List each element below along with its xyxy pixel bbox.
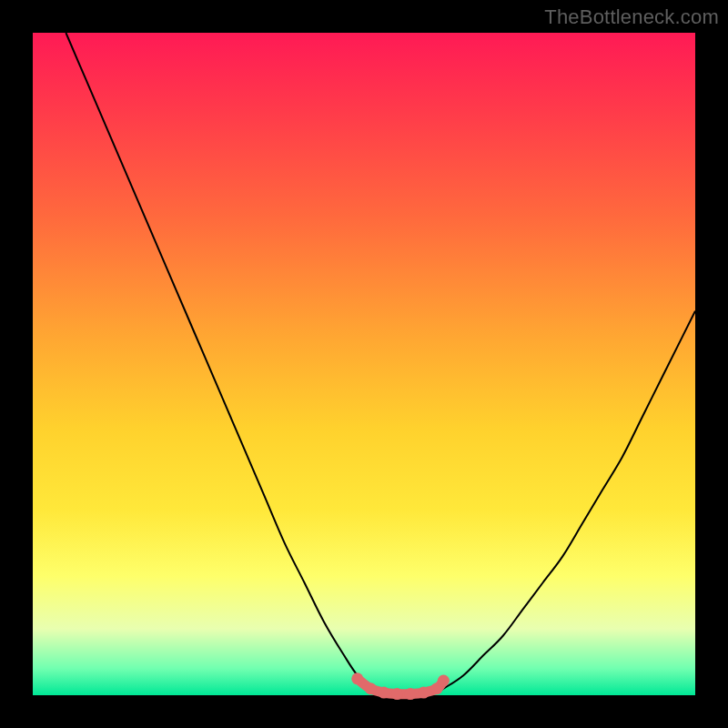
chart-svg	[33, 33, 695, 695]
highlight-dot	[378, 687, 389, 699]
highlight-dot	[391, 688, 403, 700]
curve-left-path	[66, 33, 370, 689]
chart-frame: TheBottleneck.com	[0, 0, 728, 728]
highlight-dot	[351, 672, 363, 684]
highlight-dot	[438, 674, 450, 686]
highlight-dot	[365, 682, 377, 694]
highlight-markers	[351, 672, 450, 700]
curve-right-branch	[443, 311, 695, 689]
curve-right-path	[443, 311, 695, 689]
curve-left-branch	[66, 33, 370, 689]
plot-area	[33, 33, 695, 695]
highlight-dot	[404, 688, 416, 700]
highlight-dot	[418, 687, 430, 699]
watermark-text: TheBottleneck.com	[544, 5, 719, 29]
